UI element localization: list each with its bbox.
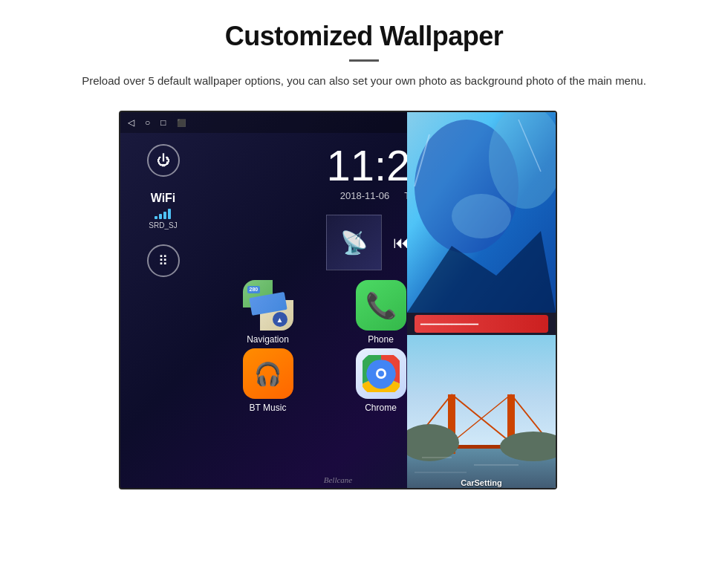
wallpaper-badge: ━━━━━━━━━━━━━ bbox=[415, 315, 548, 333]
wifi-bar-1 bbox=[155, 216, 157, 219]
bt-glyph: 🎧 bbox=[254, 361, 282, 387]
nav-home-icon[interactable]: ○ bbox=[145, 117, 150, 128]
wifi-network: SRD_SJ bbox=[149, 221, 177, 230]
clock-date-value: 2018-11-06 bbox=[340, 190, 390, 201]
status-bar-left: ◁ ○ □ ⬛ bbox=[128, 117, 186, 128]
svg-point-3 bbox=[378, 371, 384, 377]
bridge-bg bbox=[407, 335, 556, 489]
chrome-logo bbox=[363, 355, 400, 392]
wallpaper-bridge[interactable]: CarSetting bbox=[407, 335, 556, 489]
android-screen: ◁ ○ □ ⬛ ◆ ▾ 11:22 ⏻ WiFi bbox=[119, 111, 557, 489]
nav-recent-icon[interactable]: □ bbox=[160, 117, 166, 128]
app-item-bt-music[interactable]: 🎧 BT Music bbox=[213, 348, 322, 413]
wifi-label: WiFi bbox=[151, 192, 176, 205]
badge-text: ━━━━━━━━━━━━━ bbox=[420, 320, 478, 328]
power-button[interactable]: ⏻ bbox=[147, 144, 180, 177]
bt-music-icon: 🎧 bbox=[243, 348, 293, 399]
music-widget-icon: 📡 bbox=[340, 230, 368, 256]
svg-point-8 bbox=[452, 194, 511, 238]
wifi-bars bbox=[155, 207, 171, 219]
chrome-label: Chrome bbox=[365, 403, 397, 413]
page-subtitle: Preload over 5 default wallpaper options… bbox=[59, 72, 669, 90]
car-setting-label: CarSetting bbox=[407, 478, 556, 487]
wifi-widget: WiFi SRD_SJ bbox=[149, 192, 177, 230]
wifi-bar-2 bbox=[159, 214, 162, 219]
nav-back-icon[interactable]: ◁ bbox=[128, 117, 134, 128]
ice-cave-svg bbox=[407, 112, 556, 313]
navigation-icon: 280 ▲ bbox=[243, 280, 293, 331]
wifi-bar-3 bbox=[163, 212, 166, 219]
power-icon: ⏻ bbox=[157, 153, 170, 169]
wifi-bar-4 bbox=[168, 209, 171, 219]
left-sidebar: ⏻ WiFi SRD_SJ ⠿ bbox=[120, 133, 206, 488]
wallpaper-ice-cave[interactable] bbox=[407, 112, 556, 313]
navigation-label: Navigation bbox=[247, 334, 289, 345]
bridge-svg bbox=[407, 335, 556, 489]
phone-glyph: 📞 bbox=[365, 290, 397, 320]
wallpaper-thumbnails: ━━━━━━━━━━━━━ bbox=[407, 112, 556, 489]
wallpaper-divider: ━━━━━━━━━━━━━ bbox=[407, 313, 556, 335]
chrome-icon bbox=[356, 348, 406, 399]
nav-screenshot-icon[interactable]: ⬛ bbox=[177, 119, 186, 127]
phone-icon: 📞 bbox=[356, 280, 406, 331]
app-item-navigation[interactable]: 280 ▲ Navigation bbox=[213, 280, 322, 345]
apps-grid-icon: ⠿ bbox=[158, 253, 169, 269]
bt-music-label: BT Music bbox=[250, 403, 287, 413]
music-thumbnail: 📡 bbox=[326, 215, 382, 270]
apps-grid-button[interactable]: ⠿ bbox=[147, 244, 180, 277]
device-container: ◁ ○ □ ⬛ ◆ ▾ 11:22 ⏻ WiFi bbox=[74, 111, 654, 527]
nav-pin: ▲ bbox=[273, 312, 287, 327]
nav-road-label: 280 bbox=[247, 286, 261, 293]
header-section: Customized Wallpaper Preload over 5 defa… bbox=[0, 0, 728, 103]
page-title: Customized Wallpaper bbox=[59, 21, 669, 52]
phone-label: Phone bbox=[368, 334, 394, 345]
title-divider bbox=[349, 59, 379, 62]
